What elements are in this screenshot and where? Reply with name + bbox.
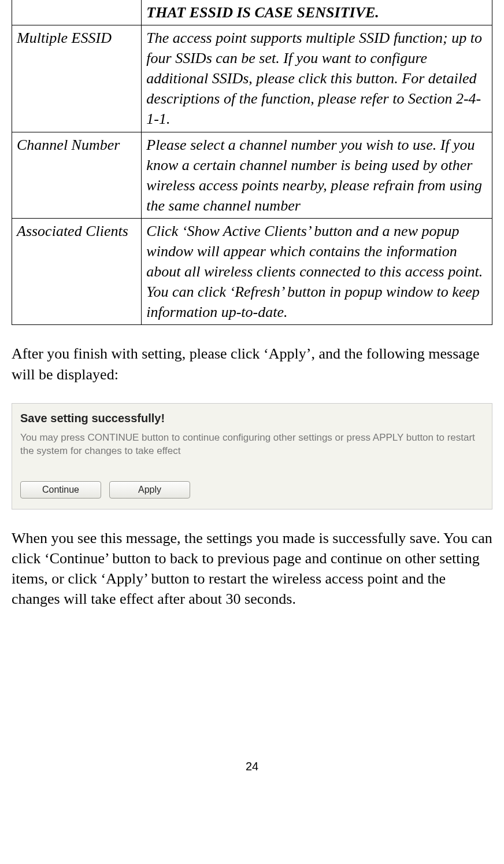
term-cell: Multiple ESSID <box>12 25 142 132</box>
table-row: Associated Clients Click ‘Show Active Cl… <box>12 218 492 324</box>
dialog-title: Save setting successfully! <box>20 412 484 425</box>
dialog-button-row: Continue Apply <box>20 481 484 499</box>
desc-cell: The access point supports multiple SSID … <box>142 25 492 132</box>
desc-cell: Click ‘Show Active Clients’ button and a… <box>142 218 492 324</box>
definitions-table: THAT ESSID IS CASE SENSITIVE. Multiple E… <box>12 0 492 325</box>
table-row: Channel Number Please select a channel n… <box>12 132 492 218</box>
term-cell: Channel Number <box>12 132 142 218</box>
paragraph-after-dialog: When you see this message, the settings … <box>12 528 492 609</box>
term-cell: Associated Clients <box>12 218 142 324</box>
apply-button[interactable]: Apply <box>109 481 190 499</box>
continue-button[interactable]: Continue <box>20 481 101 499</box>
table-row: THAT ESSID IS CASE SENSITIVE. <box>12 0 492 25</box>
page-number: 24 <box>12 760 492 773</box>
paragraph-before-dialog: After you finish with setting, please cl… <box>12 344 492 384</box>
table-row: Multiple ESSID The access point supports… <box>12 25 492 132</box>
desc-cell: Please select a channel number you wish … <box>142 132 492 218</box>
term-cell <box>12 0 142 25</box>
desc-cell: THAT ESSID IS CASE SENSITIVE. <box>142 0 492 25</box>
dialog-message: You may press CONTINUE button to continu… <box>20 431 484 459</box>
save-success-dialog: Save setting successfully! You may press… <box>12 403 492 510</box>
